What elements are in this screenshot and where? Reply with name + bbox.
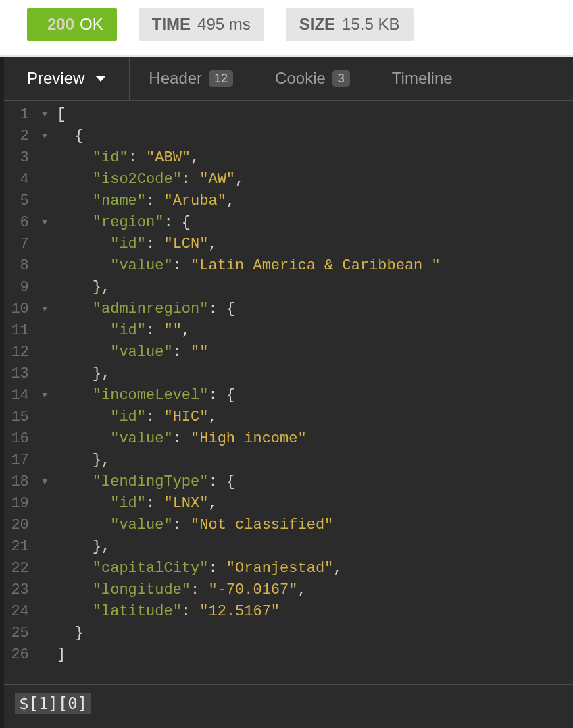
line-number: 19 bbox=[4, 494, 50, 515]
code-line: 17 }, bbox=[4, 450, 573, 472]
code-line: 9 }, bbox=[4, 278, 573, 299]
code-line: 3 "id": "ABW", bbox=[4, 148, 573, 170]
code-content: "value": "High income" bbox=[50, 429, 307, 450]
code-line: 14 ▼ "incomeLevel": { bbox=[4, 386, 573, 407]
line-number: 10 ▼ bbox=[4, 299, 50, 321]
code-line: 5 "name": "Aruba", bbox=[4, 191, 573, 213]
line-number: 1 ▼ bbox=[4, 105, 50, 126]
code-content: "latitude": "12.5167" bbox=[50, 602, 280, 623]
line-number: 25 bbox=[4, 623, 50, 645]
size-label: SIZE bbox=[299, 15, 335, 34]
code-content: ] bbox=[50, 645, 66, 667]
line-number: 7 bbox=[4, 234, 50, 256]
code-content: "id": "LNX", bbox=[50, 494, 218, 515]
tab-cookie-label: Cookie bbox=[275, 69, 326, 88]
code-content: "value": "Latin America & Caribbean " bbox=[50, 256, 441, 278]
http-status-code: 200 bbox=[41, 15, 74, 34]
tab-header[interactable]: Header 12 bbox=[130, 57, 256, 100]
chevron-down-icon bbox=[95, 76, 106, 82]
code-content: "adminregion": { bbox=[50, 299, 235, 321]
response-tab-strip: Preview Header 12 Cookie 3 Timeline bbox=[4, 57, 573, 101]
line-number: 20 bbox=[4, 515, 50, 537]
code-line: 15 "id": "HIC", bbox=[4, 407, 573, 429]
code-line: 23 "longitude": "-70.0167", bbox=[4, 580, 573, 602]
response-status-bar: 200 OK TIME 495 ms SIZE 15.5 KB bbox=[0, 0, 573, 57]
line-number: 26 bbox=[4, 645, 50, 667]
code-content: "iso2Code": "AW", bbox=[50, 170, 244, 191]
response-pane: Preview Header 12 Cookie 3 Timeline 1 ▼[… bbox=[0, 57, 573, 728]
tab-preview-label: Preview bbox=[27, 69, 84, 88]
line-number: 21 bbox=[4, 537, 50, 558]
fold-toggle-icon[interactable]: ▼ bbox=[38, 472, 47, 492]
code-line: 7 "id": "LCN", bbox=[4, 234, 573, 256]
code-content: "region": { bbox=[50, 213, 191, 234]
code-line: 1 ▼[ bbox=[4, 105, 573, 126]
code-line: 16 "value": "High income" bbox=[4, 429, 573, 450]
code-line: 18 ▼ "lendingType": { bbox=[4, 472, 573, 494]
line-number: 9 bbox=[4, 278, 50, 299]
code-content: "value": "Not classified" bbox=[50, 515, 333, 537]
time-value: 495 ms bbox=[197, 15, 251, 34]
tab-timeline[interactable]: Timeline bbox=[373, 57, 476, 100]
code-content: "id": "ABW", bbox=[50, 148, 199, 170]
code-content: }, bbox=[50, 450, 110, 472]
code-line: 20 "value": "Not classified" bbox=[4, 515, 573, 537]
json-path-value: $[1][0] bbox=[15, 693, 91, 714]
time-label: TIME bbox=[152, 15, 191, 34]
code-content: "lendingType": { bbox=[50, 472, 235, 494]
code-content: }, bbox=[50, 537, 110, 558]
line-number: 11 bbox=[4, 321, 50, 342]
tab-header-label: Header bbox=[149, 69, 202, 88]
size-value: 15.5 KB bbox=[342, 15, 399, 34]
code-line: 25 } bbox=[4, 623, 573, 645]
json-path-bar[interactable]: $[1][0] bbox=[4, 684, 573, 728]
code-line: 6 ▼ "region": { bbox=[4, 213, 573, 234]
code-line: 8 "value": "Latin America & Caribbean " bbox=[4, 256, 573, 278]
code-content: }, bbox=[50, 364, 110, 386]
line-number: 8 bbox=[4, 256, 50, 278]
json-preview[interactable]: 1 ▼[2 ▼ {3 "id": "ABW",4 "iso2Code": "AW… bbox=[4, 101, 573, 684]
tab-timeline-label: Timeline bbox=[392, 69, 453, 88]
line-number: 4 bbox=[4, 170, 50, 191]
code-content: "name": "Aruba", bbox=[50, 191, 235, 213]
code-line: 4 "iso2Code": "AW", bbox=[4, 170, 573, 191]
code-content: "id": "HIC", bbox=[50, 407, 218, 429]
code-line: 13 }, bbox=[4, 364, 573, 386]
code-content: "id": "", bbox=[50, 321, 191, 342]
code-content: { bbox=[50, 126, 84, 148]
line-number: 5 bbox=[4, 191, 50, 213]
line-number: 18 ▼ bbox=[4, 472, 50, 494]
line-number: 3 bbox=[4, 148, 50, 170]
fold-toggle-icon[interactable]: ▼ bbox=[38, 386, 47, 406]
code-content: "id": "LCN", bbox=[50, 234, 218, 256]
code-line: 24 "latitude": "12.5167" bbox=[4, 602, 573, 623]
line-number: 12 bbox=[4, 342, 50, 364]
code-line: 26 ] bbox=[4, 645, 573, 667]
line-number: 17 bbox=[4, 450, 50, 472]
code-line: 11 "id": "", bbox=[4, 321, 573, 342]
response-size-pill: SIZE 15.5 KB bbox=[286, 8, 414, 41]
fold-toggle-icon[interactable]: ▼ bbox=[38, 126, 47, 147]
tab-cookie[interactable]: Cookie 3 bbox=[256, 57, 373, 100]
tab-preview[interactable]: Preview bbox=[8, 57, 130, 100]
code-content: "longitude": "-70.0167", bbox=[50, 580, 307, 602]
code-line: 10 ▼ "adminregion": { bbox=[4, 299, 573, 321]
line-number: 2 ▼ bbox=[4, 126, 50, 148]
fold-toggle-icon[interactable]: ▼ bbox=[38, 105, 47, 125]
code-line: 21 }, bbox=[4, 537, 573, 558]
http-status-pill: 200 OK bbox=[27, 8, 117, 41]
line-number: 23 bbox=[4, 580, 50, 602]
tab-cookie-badge: 3 bbox=[332, 70, 350, 87]
code-line: 2 ▼ { bbox=[4, 126, 573, 148]
code-content: } bbox=[50, 623, 84, 645]
http-status-text: OK bbox=[80, 15, 103, 34]
line-number: 14 ▼ bbox=[4, 386, 50, 407]
fold-toggle-icon[interactable]: ▼ bbox=[38, 213, 47, 233]
code-content: "incomeLevel": { bbox=[50, 386, 235, 407]
line-number: 13 bbox=[4, 364, 50, 386]
code-line: 19 "id": "LNX", bbox=[4, 494, 573, 515]
line-number: 22 bbox=[4, 558, 50, 580]
code-content: "capitalCity": "Oranjestad", bbox=[50, 558, 343, 580]
code-content: [ bbox=[50, 105, 66, 126]
fold-toggle-icon[interactable]: ▼ bbox=[38, 299, 47, 319]
